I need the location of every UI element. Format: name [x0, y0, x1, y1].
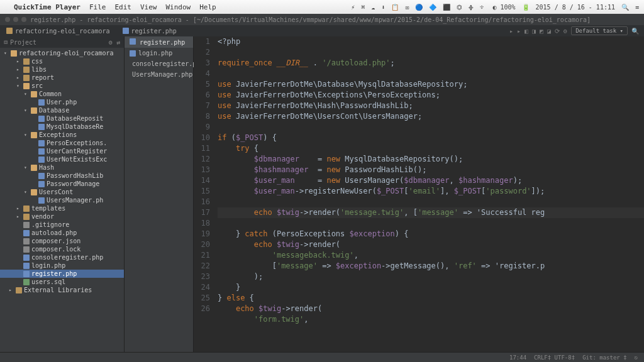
task-dropdown[interactable]: Default task ▾ — [571, 26, 628, 35]
php-icon — [38, 140, 45, 146]
menubar-status-icon[interactable]: ᚖ — [469, 4, 474, 11]
tree-item[interactable]: UsersManager.ph — [0, 196, 124, 204]
tree-item[interactable]: .gitignore — [0, 221, 124, 229]
menu-view[interactable]: View — [140, 3, 157, 11]
menubar-status-icon[interactable]: 2015 / 8 / 16 - 11:11 — [536, 4, 615, 11]
toolbar-icon[interactable]: ⟳ — [555, 28, 560, 35]
tree-item[interactable]: users.sql — [0, 278, 124, 286]
menu-edit[interactable]: Edit — [114, 3, 131, 11]
menubar-status-icon[interactable]: 🔷 — [429, 4, 436, 11]
menubar-status-icon[interactable]: ⬇ — [381, 4, 385, 11]
tree-item[interactable]: PasswordHashLib — [0, 172, 124, 180]
php-icon — [38, 116, 45, 122]
php-icon — [38, 124, 45, 130]
php-icon — [38, 181, 45, 187]
code-content[interactable]: <?php require_once __DIR__ . '/autoload.… — [215, 36, 644, 352]
folder-icon — [23, 206, 30, 212]
breadcrumb-root[interactable]: refactoring-eloi_rocamora — [0, 26, 116, 36]
open-file-item[interactable]: login.php — [125, 48, 193, 58]
menu-window[interactable]: Window — [165, 3, 191, 11]
project-panel-header[interactable]: ⧈Project⚙ ⇄ — [0, 36, 124, 48]
menu-file[interactable]: File — [89, 3, 106, 11]
folder-icon — [6, 28, 13, 34]
tree-item[interactable]: User.php — [0, 98, 124, 106]
tree-item[interactable]: ▾Hash — [0, 163, 124, 172]
menu-help[interactable]: Help — [199, 3, 216, 11]
toolbar-icon[interactable]: ▸ — [509, 28, 513, 35]
menubar-status-icon[interactable]: 🔋 — [522, 4, 530, 11]
tree-item[interactable]: ▾Database — [0, 106, 124, 114]
menubar-status-icon[interactable]: ≡ — [635, 4, 639, 11]
tree-item[interactable]: ▾Common — [0, 90, 124, 98]
open-file-item[interactable]: consoleregister.php — [125, 58, 193, 69]
search-icon[interactable]: 🔍 — [631, 28, 639, 35]
tree-item[interactable]: register.php — [0, 270, 124, 278]
encoding[interactable]: CRLF‡ UTF-8‡ — [534, 354, 575, 361]
line-gutter: 1234567891011121314151617181920212223242… — [194, 36, 215, 352]
minimize-icon[interactable] — [13, 17, 18, 22]
toolbar-icon[interactable]: ◨ — [532, 28, 536, 35]
menubar-status-icon[interactable]: 🔵 — [415, 4, 423, 11]
folder-o-icon — [31, 91, 37, 97]
php-icon — [38, 99, 45, 106]
tree-item[interactable]: MysqlDatabaseRe — [0, 123, 124, 131]
menubar-status-icon[interactable]: ᯤ — [480, 4, 486, 11]
menubar-status-icon[interactable]: ☁ — [371, 4, 375, 11]
php-icon — [38, 156, 45, 163]
tree-item[interactable]: ▾UsersCont — [0, 188, 124, 196]
tree-item[interactable]: ▾Exceptions — [0, 131, 124, 139]
app-name[interactable]: QuickTime Player — [14, 3, 80, 11]
menubar-status-icon[interactable]: 📋 — [391, 4, 399, 11]
maximize-icon[interactable] — [21, 17, 26, 22]
sql-icon — [23, 279, 30, 285]
editor-tab-active[interactable]: register.php — [125, 36, 193, 48]
window-controls[interactable] — [5, 17, 26, 22]
tree-item[interactable]: PersoExceptions. — [0, 139, 124, 147]
tree-item[interactable]: composer.json — [0, 237, 124, 245]
tree-item[interactable]: UserCantRegister — [0, 147, 124, 155]
tree-item[interactable]: autoload.php — [0, 229, 124, 237]
php-icon — [123, 28, 129, 34]
menubar-status-icon[interactable]: ⌘ — [361, 4, 365, 11]
lock-icon[interactable]: ⎋ — [635, 354, 638, 361]
menubar-status-icon[interactable]: ⚡ — [351, 4, 355, 11]
menubar-status-icon[interactable]: ⏣ — [457, 4, 462, 11]
tree-item[interactable]: PasswordManage — [0, 180, 124, 188]
open-file-item[interactable]: UsersManager.php — [125, 69, 193, 80]
git-branch[interactable]: Git: master ‡ — [582, 354, 626, 361]
tree-item[interactable]: UserNotExistsExc — [0, 155, 124, 163]
toolbar-icon[interactable]: ◪ — [547, 28, 551, 35]
tree-item[interactable]: DatabaseReposit — [0, 114, 124, 123]
toolbar-icon[interactable]: ⚙ — [564, 28, 567, 35]
folder-icon — [16, 287, 22, 293]
project-root[interactable]: ▾ refactoring-eloi_rocamora — [0, 49, 124, 57]
breadcrumb-file[interactable]: register.php — [116, 26, 183, 36]
folder-icon — [23, 75, 30, 81]
tree-item[interactable]: ▸libs — [0, 65, 124, 74]
tree-item[interactable]: composer.lock — [0, 245, 124, 253]
menubar-status-icon[interactable]: ◐ 100% — [492, 4, 515, 11]
tree-item[interactable]: login.php — [0, 261, 124, 270]
menubar-status-icon[interactable]: ⬛ — [443, 4, 450, 11]
folder-icon — [23, 214, 30, 220]
tree-item[interactable]: consoleregister.php — [0, 253, 124, 261]
open-files-panel: register.php login.phpconsoleregister.ph… — [125, 36, 194, 352]
folder-icon — [23, 67, 30, 73]
macos-menubar: QuickTime Player File Edit View Window H… — [0, 0, 644, 14]
tree-item[interactable]: ▸External Libraries — [0, 286, 124, 294]
menubar-status-icon[interactable]: 🔍 — [621, 4, 629, 11]
tree-item[interactable]: ▸vendor — [0, 212, 124, 221]
tree-item[interactable]: ▸report — [0, 74, 124, 82]
code-editor[interactable]: 1234567891011121314151617181920212223242… — [194, 36, 644, 352]
project-panel: ⧈Project⚙ ⇄ ▾ refactoring-eloi_rocamora … — [0, 36, 125, 352]
php-icon — [38, 148, 45, 155]
tree-item[interactable]: ▾src — [0, 82, 124, 90]
caret-position[interactable]: 17:44 — [509, 354, 526, 361]
menubar-status-icon[interactable]: ✉ — [405, 4, 409, 11]
toolbar-icon[interactable]: ◩ — [540, 28, 543, 35]
toolbar-icon[interactable]: ◧ — [525, 28, 528, 35]
close-icon[interactable] — [5, 17, 10, 22]
tree-item[interactable]: ▸templates — [0, 204, 124, 212]
tree-item[interactable]: ▸css — [0, 57, 124, 65]
toolbar-icon[interactable]: ▸ — [517, 28, 521, 35]
